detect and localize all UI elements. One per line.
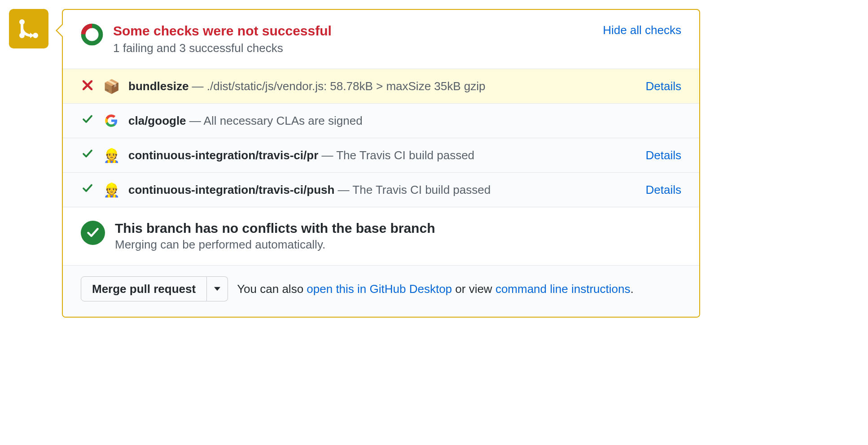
check-description: All necessary CLAs are signed: [204, 114, 363, 127]
check-name: bundlesize: [128, 79, 189, 93]
hide-all-checks-link[interactable]: Hide all checks: [603, 23, 681, 37]
check-row: cla/google — All necessary CLAs are sign…: [63, 104, 699, 138]
package-icon: 📦: [103, 78, 119, 94]
merge-title: This branch has no conflicts with the ba…: [115, 221, 681, 236]
open-desktop-link[interactable]: open this in GitHub Desktop: [307, 282, 452, 296]
merge-status: This branch has no conflicts with the ba…: [63, 207, 699, 266]
merge-hint: You can also open this in GitHub Desktop…: [237, 282, 634, 296]
check-circle-icon: [81, 221, 105, 245]
travis-icon: 👷: [103, 182, 119, 198]
check-icon: [81, 183, 94, 197]
check-name: continuous-integration/travis-ci/pr: [128, 148, 318, 162]
git-merge-icon: [18, 18, 39, 39]
check-details-link[interactable]: Details: [646, 148, 681, 162]
merge-pull-request-button[interactable]: Merge pull request: [81, 276, 207, 301]
check-description: The Travis CI build passed: [336, 148, 474, 162]
check-row: 👷 continuous-integration/travis-ci/push …: [63, 173, 699, 207]
checks-header: Some checks were not successful 1 failin…: [63, 10, 699, 69]
check-details-link[interactable]: Details: [646, 183, 681, 197]
checks-subtitle: 1 failing and 3 successful checks: [113, 41, 593, 55]
check-description: The Travis CI build passed: [352, 183, 491, 196]
checks-title: Some checks were not successful: [113, 23, 593, 39]
check-icon: [81, 148, 94, 162]
check-row: 👷 continuous-integration/travis-ci/pr — …: [63, 138, 699, 173]
check-details-link[interactable]: Details: [646, 79, 681, 93]
caret-down-icon: [214, 287, 220, 291]
merge-badge: [9, 9, 48, 48]
check-name: cla/google: [128, 114, 186, 127]
merge-panel: Some checks were not successful 1 failin…: [62, 9, 700, 318]
check-name: continuous-integration/travis-ci/push: [128, 183, 334, 196]
google-icon: [103, 113, 119, 129]
status-donut-icon: [81, 23, 103, 48]
merge-subtitle: Merging can be performed automatically.: [115, 238, 681, 252]
x-icon: [81, 79, 94, 93]
svg-rect-1: [21, 22, 23, 35]
check-row: 📦 bundlesize — ./dist/static/js/vendor.j…: [63, 69, 699, 104]
check-description: ./dist/static/js/vendor.js: 58.78kB > ma…: [207, 79, 486, 93]
cli-instructions-link[interactable]: command line instructions: [495, 282, 631, 296]
merge-footer: Merge pull request You can also open thi…: [63, 266, 699, 317]
merge-dropdown-button[interactable]: [207, 276, 228, 301]
travis-icon: 👷: [103, 147, 119, 163]
check-icon: [81, 114, 94, 128]
